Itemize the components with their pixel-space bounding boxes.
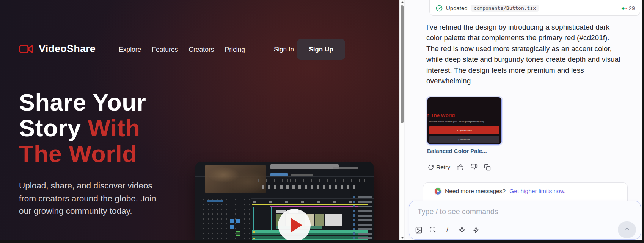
editor-effects-list	[353, 196, 372, 240]
subtitle-line: our growing community today.	[19, 205, 156, 218]
editor-titlebar	[270, 164, 339, 169]
editor-timecode	[333, 167, 358, 169]
editor-tool-button	[230, 219, 234, 223]
hero-line3: The World	[19, 140, 137, 167]
preview-heading: th The World	[427, 112, 455, 118]
design-attachment-thumbnail[interactable]: th The World videos from creators around…	[427, 97, 502, 145]
message-line: color palette that complements the prima…	[426, 33, 641, 43]
editor-tool-button	[230, 225, 234, 229]
sign-up-button[interactable]: Sign Up	[297, 39, 345, 60]
more-options-icon[interactable]: ⋯	[501, 148, 507, 154]
editor-tool-panel	[197, 197, 250, 240]
diff-stats: + - 29	[622, 5, 635, 11]
sign-in-link[interactable]: Sign In	[274, 46, 294, 53]
editor-tool-button	[236, 219, 240, 223]
update-status-label: Updated	[446, 5, 468, 11]
file-update-card[interactable]: Updated components/Button.tsx + - 29	[429, 0, 640, 16]
quick-actions-icon[interactable]	[472, 226, 480, 234]
scrollbar-thumb[interactable]	[401, 5, 404, 123]
attachment-caption-row: Balanced Color Pale... ⋯	[427, 148, 507, 154]
editor-transport-controls	[262, 185, 355, 189]
scroll-up-arrow-icon[interactable]	[401, 1, 404, 3]
nav-link-pricing[interactable]: Pricing	[225, 46, 245, 54]
editor-audio-track	[252, 230, 368, 235]
retry-button[interactable]: Retry	[428, 164, 450, 171]
message-composer[interactable]: /	[409, 201, 641, 240]
nav-link-features[interactable]: Features	[152, 46, 178, 54]
scroll-down-arrow-icon[interactable]	[401, 237, 404, 239]
image-attach-icon[interactable]	[415, 226, 423, 234]
preview-secondary-button: ▷ Watch Now	[429, 136, 499, 143]
editor-track-dot	[253, 231, 255, 233]
editor-track-dot	[253, 238, 255, 239]
brand-name: VideoShare	[39, 43, 96, 55]
composer-toolbar: /	[415, 226, 480, 234]
refresh-icon	[428, 164, 434, 170]
play-icon	[291, 218, 302, 232]
preview-primary-button: ↥ Upload a Video	[429, 126, 499, 134]
send-button[interactable]	[618, 221, 636, 238]
attachment-title[interactable]: Balanced Color Pale...	[427, 148, 487, 154]
editor-label	[207, 200, 223, 202]
hero-line1: Share Your	[19, 89, 146, 115]
thumbs-down-icon[interactable]	[470, 164, 478, 171]
hero-line2-red: With	[88, 115, 140, 141]
message-line: interest. The design feels more premium …	[426, 65, 641, 76]
editor-timeline-selection-line	[270, 206, 365, 207]
editor-preview-thumbnail	[205, 165, 266, 193]
usage-pie-icon	[435, 188, 441, 195]
hero-line2-white: Story	[19, 115, 88, 141]
message-line: The red is now used more strategically a…	[426, 44, 641, 54]
hero-heading: Share Your Story With The World	[19, 89, 146, 167]
nav-link-creators[interactable]: Creators	[188, 46, 214, 54]
editor-audio-track	[252, 236, 368, 240]
components-icon[interactable]	[458, 226, 466, 234]
app-window: VideoShare Explore Features Creators Pri…	[0, 0, 644, 243]
editor-ruler	[253, 179, 367, 182]
get-higher-limits-link[interactable]: Get higher limits now.	[509, 188, 565, 195]
copy-icon[interactable]	[484, 164, 491, 171]
window-edge-right	[642, 0, 644, 243]
hero-subtitle: Upload, share, and discover videos from …	[19, 179, 156, 218]
editor-timeline-ruler	[253, 201, 367, 203]
editor-record-button	[236, 231, 240, 236]
subtitle-line: Upload, share, and discover videos	[19, 179, 156, 192]
updated-file-name: components/Button.tsx	[471, 5, 539, 12]
video-editor-screenshot	[195, 162, 374, 240]
diff-count: 29	[629, 5, 635, 11]
banner-question: Need more messages?	[445, 188, 506, 195]
video-camera-icon	[19, 44, 33, 54]
message-line: while deep slate and burgundy tones crea…	[426, 54, 641, 65]
site-preview-panel: VideoShare Explore Features Creators Pri…	[0, 0, 399, 240]
message-line: I've refined the design by introducing a…	[426, 22, 641, 33]
site-nav: Explore Features Creators Pricing	[119, 46, 245, 54]
editor-tab	[291, 174, 313, 176]
editor-tab-active	[270, 173, 288, 176]
select-element-icon[interactable]	[429, 226, 437, 234]
message-action-bar: Retry	[428, 164, 491, 171]
diff-added-icon: +	[622, 5, 625, 11]
nav-link-explore[interactable]: Explore	[119, 46, 141, 54]
assistant-chat-panel: Updated components/Button.tsx + - 29 I'v…	[405, 0, 642, 240]
subtitle-line: from creators around the globe. Join	[19, 192, 156, 205]
check-circle-icon	[436, 5, 443, 12]
vertical-scrollbar[interactable]	[399, 0, 405, 240]
preview-tagline: videos from creators around the globe. J…	[429, 121, 500, 123]
retry-label: Retry	[436, 164, 450, 171]
message-line: overwhelming.	[426, 76, 641, 86]
composer-input[interactable]	[417, 206, 580, 218]
assistant-message: I've refined the design by introducing a…	[426, 22, 641, 86]
editor-timeline-marker-line	[252, 204, 368, 205]
slash-command-icon[interactable]: /	[443, 226, 451, 234]
thumbs-up-icon[interactable]	[457, 164, 464, 171]
diff-removed-icon: -	[625, 5, 627, 11]
window-edge-bottom	[0, 240, 644, 243]
site-logo[interactable]: VideoShare	[19, 43, 96, 55]
play-button[interactable]	[278, 209, 311, 240]
